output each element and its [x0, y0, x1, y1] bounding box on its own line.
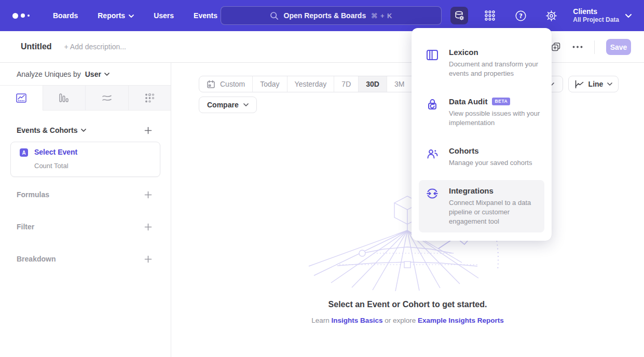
- chevron-down-icon: [104, 73, 109, 76]
- flow-chart-tab-icon: [101, 92, 113, 104]
- save-button[interactable]: Save: [606, 39, 631, 55]
- menu-item-integrations[interactable]: Integrations Connect Mixpanel to a data …: [419, 180, 544, 232]
- empty-state-title: Select an Event or Cohort to get started…: [171, 300, 644, 309]
- report-canvas: Custom Today Yesterday 7D 30D 3M 6M Comp…: [171, 63, 644, 357]
- chevron-down-icon: [243, 103, 249, 106]
- calendar-icon: [207, 80, 215, 89]
- org-name: Clients: [573, 7, 619, 17]
- line-chart-tab-icon: [16, 92, 27, 104]
- add-breakdown-icon[interactable]: [144, 255, 152, 263]
- mixpanel-logo-icon[interactable]: [12, 13, 35, 19]
- add-description-field[interactable]: + Add description...: [64, 43, 126, 51]
- top-nav: Boards Reports Users Events Open Reports…: [0, 0, 644, 31]
- select-event-card[interactable]: A Select Event Count Total: [10, 142, 160, 177]
- breakdown-section: Breakdown: [17, 255, 152, 263]
- tab-retention-grid[interactable]: [128, 86, 171, 110]
- compare-button[interactable]: Compare: [199, 97, 257, 113]
- data-management-button[interactable]: [450, 7, 468, 24]
- add-formula-icon[interactable]: [144, 191, 152, 199]
- nav-item-users[interactable]: Users: [154, 11, 174, 20]
- chevron-down-icon: [607, 83, 612, 86]
- nav-right-cluster: ? Clients All Project Data: [450, 0, 632, 31]
- data-management-icon: [454, 10, 465, 21]
- divider: [594, 40, 595, 54]
- bar-chart-tab-icon: [58, 92, 70, 104]
- formulas-section: Formulas: [17, 190, 152, 199]
- range-7d[interactable]: 7D: [334, 76, 358, 92]
- help-icon: ?: [515, 10, 527, 22]
- count-total-label[interactable]: Count Total: [34, 162, 68, 170]
- menu-item-lexicon[interactable]: Lexicon Document and transform your even…: [419, 42, 544, 85]
- add-event-icon[interactable]: [144, 127, 152, 134]
- chevron-down-icon: [625, 14, 632, 18]
- settings-button[interactable]: [542, 7, 560, 24]
- query-builder-sidebar: Analyze Uniques by User: [0, 63, 171, 357]
- analyze-by-dropdown[interactable]: User: [85, 70, 109, 78]
- add-filter-icon[interactable]: [144, 223, 152, 231]
- empty-state-links: Learn Insights Basics or explore Example…: [171, 317, 644, 324]
- search-icon: [270, 11, 279, 20]
- project-name: All Project Data: [573, 16, 619, 24]
- help-button[interactable]: ?: [512, 7, 529, 24]
- chart-type-dropdown[interactable]: Line: [568, 76, 619, 92]
- range-yesterday[interactable]: Yesterday: [287, 76, 334, 92]
- report-title[interactable]: Untitled: [21, 42, 52, 51]
- search-placeholder: Open Reports & Boards: [284, 11, 366, 20]
- mixpanel-insights-app: Boards Reports Users Events Open Reports…: [0, 0, 644, 357]
- search-shortcut: ⌘ + K: [371, 12, 392, 20]
- insights-basics-link[interactable]: Insights Basics: [331, 317, 382, 324]
- tab-line-chart[interactable]: [0, 86, 43, 110]
- chevron-down-icon: [81, 129, 86, 132]
- duplicate-icon[interactable]: [551, 42, 561, 52]
- global-search-input[interactable]: Open Reports & Boards ⌘ + K: [221, 6, 442, 25]
- data-management-menu: Lexicon Document and transform your even…: [412, 28, 552, 241]
- apps-grid-icon: [484, 10, 496, 21]
- events-cohorts-header: Events & Cohorts: [17, 126, 152, 134]
- chevron-down-icon: [129, 15, 134, 18]
- lexicon-icon: [426, 48, 439, 62]
- tab-bar-chart[interactable]: [43, 86, 86, 110]
- analyze-label: Analyze Uniques by: [17, 70, 81, 78]
- project-selector[interactable]: Clients All Project Data: [573, 7, 632, 24]
- event-letter-badge: A: [20, 148, 28, 157]
- events-cohorts-dropdown[interactable]: Events & Cohorts: [17, 126, 86, 134]
- line-chart-icon: [574, 80, 584, 89]
- nav-item-events[interactable]: Events: [194, 11, 217, 20]
- menu-item-cohorts[interactable]: Cohorts Manage your saved cohorts: [419, 140, 544, 174]
- range-3m[interactable]: 3M: [387, 76, 412, 92]
- gear-icon: [545, 10, 557, 22]
- nav-item-boards[interactable]: Boards: [53, 11, 78, 20]
- chart-type-tabs: [0, 86, 171, 111]
- analyze-row: Analyze Uniques by User: [0, 63, 171, 86]
- data-audit-icon: [426, 98, 439, 111]
- integrations-icon: [426, 187, 439, 200]
- range-30d[interactable]: 30D: [358, 76, 387, 92]
- filter-section: Filter: [17, 223, 152, 231]
- range-custom[interactable]: Custom: [199, 76, 252, 92]
- select-event-label[interactable]: Select Event: [34, 148, 77, 156]
- more-options-icon[interactable]: [572, 46, 583, 48]
- nav-menu: Boards Reports Users Events: [53, 11, 217, 20]
- beta-badge: BETA: [492, 98, 510, 105]
- svg-text:?: ?: [519, 12, 523, 19]
- range-today[interactable]: Today: [252, 76, 286, 92]
- apps-grid-button[interactable]: [481, 7, 499, 24]
- example-insights-reports-link[interactable]: Example Insights Reports: [418, 317, 504, 324]
- nav-item-reports[interactable]: Reports: [98, 11, 134, 20]
- menu-item-data-audit[interactable]: Data AuditBETA View possible issues with…: [419, 91, 544, 134]
- retention-grid-tab-icon: [144, 92, 155, 104]
- cohorts-icon: [426, 147, 439, 160]
- tab-flow-chart[interactable]: [85, 86, 128, 110]
